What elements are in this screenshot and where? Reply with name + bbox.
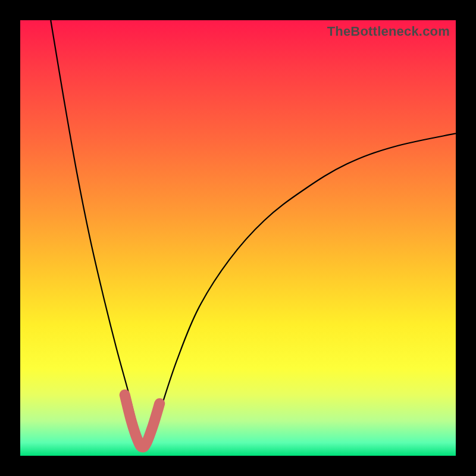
line-highlight [125, 395, 160, 447]
chart-frame: TheBottleneck.com [0, 0, 476, 476]
plot-area: TheBottleneck.com [20, 20, 456, 456]
line-curve [51, 20, 456, 447]
chart-svg [20, 20, 456, 456]
